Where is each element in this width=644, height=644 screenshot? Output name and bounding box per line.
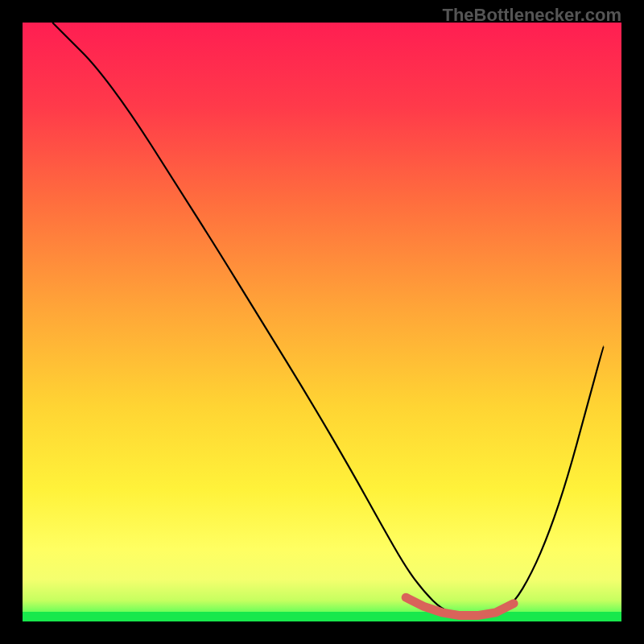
chart-svg [0,0,644,644]
watermark-text: TheBottlenecker.com [442,5,621,26]
chart-gradient-area [23,23,621,621]
bottleneck-chart: TheBottlenecker.com [0,0,644,644]
chart-green-band [23,612,621,621]
